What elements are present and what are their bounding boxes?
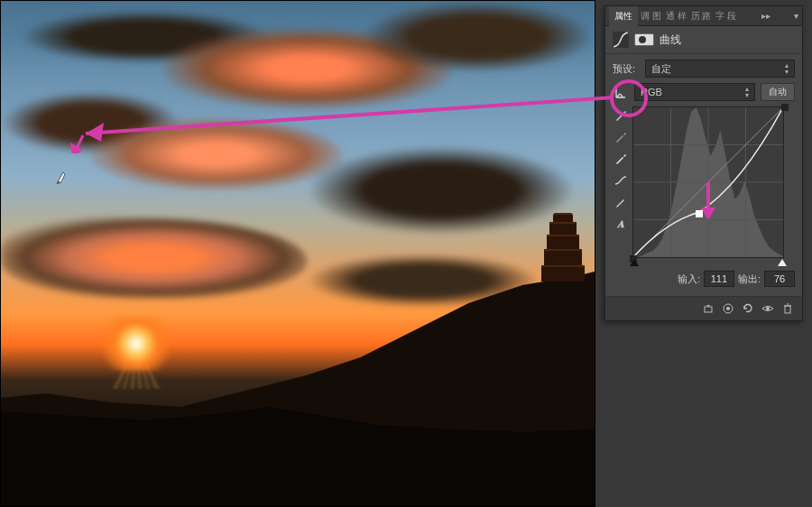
- text-annotation-icon[interactable]: 𝐀: [614, 217, 628, 231]
- output-label: 输出:: [738, 272, 761, 286]
- pagoda-silhouette: [540, 213, 586, 321]
- curves-adjustment-icon: [613, 32, 629, 48]
- tab-adjustments[interactable]: 调 图: [639, 10, 663, 23]
- sampler-cursor-icon: [55, 169, 71, 185]
- eyedropper-black-icon[interactable]: [614, 108, 628, 123]
- svg-line-7: [633, 107, 783, 257]
- tab-properties[interactable]: 属性: [609, 6, 638, 26]
- curve-smooth-icon[interactable]: [614, 173, 628, 188]
- eyedropper-white-icon[interactable]: [614, 152, 628, 166]
- svg-rect-8: [705, 307, 712, 312]
- auto-button[interactable]: 自动: [761, 83, 795, 101]
- svg-rect-12: [785, 306, 790, 313]
- input-label: 输入:: [678, 272, 700, 286]
- svg-point-10: [726, 307, 730, 310]
- properties-panel: 属性 调 图 通 样 历 路 字 段 ▸▸ ▾ 曲线 预设: 自定 ▴▾ RGB: [604, 5, 803, 321]
- input-field[interactable]: 111: [704, 271, 734, 287]
- svg-point-0: [615, 86, 618, 88]
- panel-title: 曲线: [660, 32, 681, 48]
- preset-value: 自定: [651, 62, 671, 76]
- reset-icon[interactable]: [739, 300, 757, 317]
- visibility-icon[interactable]: [759, 300, 777, 317]
- on-image-sampler-tool[interactable]: [613, 85, 629, 99]
- layer-mask-icon[interactable]: [634, 33, 654, 46]
- clip-to-layer-icon[interactable]: [699, 300, 717, 317]
- panel-tab-bar: 属性 调 图 通 样 历 路 字 段 ▸▸ ▾: [605, 6, 802, 26]
- tab-channels[interactable]: 通 样: [664, 10, 688, 23]
- white-point-slider[interactable]: [778, 259, 787, 266]
- document-canvas[interactable]: [0, 0, 595, 507]
- trash-icon[interactable]: [779, 300, 797, 317]
- output-field[interactable]: 76: [764, 271, 795, 287]
- black-point-slider[interactable]: [630, 259, 639, 266]
- preset-label: 预设:: [613, 62, 640, 76]
- panel-menu-icon[interactable]: ▾: [794, 11, 798, 21]
- sunset-photo: [1, 1, 595, 506]
- curves-graph[interactable]: [632, 106, 784, 258]
- view-previous-icon[interactable]: [719, 300, 737, 317]
- preset-select[interactable]: 自定 ▴▾: [645, 60, 795, 78]
- eyedropper-gray-icon[interactable]: [614, 130, 628, 144]
- svg-point-11: [766, 307, 770, 310]
- pencil-curve-icon[interactable]: [614, 195, 628, 209]
- curve-control-point[interactable]: [696, 210, 703, 217]
- select-arrows-icon: ▴▾: [785, 62, 789, 75]
- panel-expand-icon[interactable]: ▸▸: [761, 11, 770, 21]
- tab-history[interactable]: 历 路: [689, 10, 714, 23]
- select-arrows-icon: ▴▾: [745, 86, 749, 98]
- curve-control-point[interactable]: [781, 104, 789, 111]
- channel-value: RGB: [641, 87, 662, 97]
- tab-character[interactable]: 字 段: [714, 10, 738, 23]
- channel-select[interactable]: RGB ▴▾: [634, 83, 755, 101]
- curve-line: [633, 107, 783, 257]
